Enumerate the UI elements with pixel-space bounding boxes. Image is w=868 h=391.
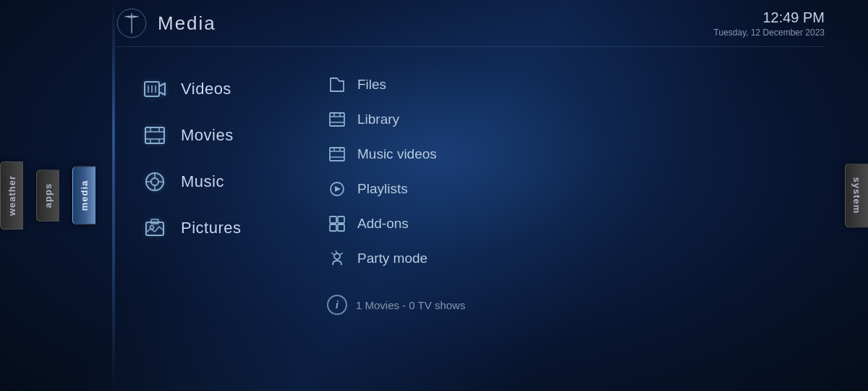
sidebar-item-weather[interactable]: weather <box>0 161 23 230</box>
header: Media 12:49 PM Tuesday, 12 December 2023 <box>116 0 825 47</box>
movies-icon <box>142 122 168 148</box>
left-sidebar: weather apps media <box>0 0 145 391</box>
playlists-icon <box>327 179 347 199</box>
menu-item-videos[interactable]: Videos <box>130 69 275 109</box>
videos-label: Videos <box>181 80 231 98</box>
submenu-item-party-mode[interactable]: Party mode <box>318 243 477 274</box>
clock-time: 12:49 PM <box>714 9 825 26</box>
sidebar-item-media[interactable]: media <box>72 167 95 225</box>
submenu-item-playlists[interactable]: Playlists <box>318 173 477 205</box>
svg-line-39 <box>340 253 343 255</box>
right-menu: Files Library <box>318 69 477 321</box>
files-label: Files <box>357 77 386 93</box>
sidebar-item-system[interactable]: system <box>845 164 868 228</box>
playlists-label: Playlists <box>357 181 408 197</box>
music-videos-label: Music videos <box>357 146 437 162</box>
submenu-item-music-videos[interactable]: Music videos <box>318 138 477 170</box>
svg-rect-6 <box>145 127 164 143</box>
svg-line-38 <box>336 251 337 253</box>
movies-label: Movies <box>181 126 234 145</box>
add-ons-label: Add-ons <box>357 216 409 232</box>
submenu-item-library[interactable]: Library <box>318 104 477 135</box>
library-icon <box>327 109 347 130</box>
info-icon: i <box>327 295 347 315</box>
files-icon <box>327 75 347 95</box>
menu-item-movies[interactable]: Movies <box>130 115 275 156</box>
svg-point-37 <box>334 253 340 259</box>
music-label: Music <box>181 172 224 191</box>
svg-rect-27 <box>330 148 344 161</box>
svg-line-40 <box>331 253 334 255</box>
page-title: Media <box>158 12 216 35</box>
music-videos-icon <box>327 144 347 164</box>
party-mode-icon <box>327 248 347 269</box>
info-text: 1 Movies - 0 TV shows <box>356 299 465 311</box>
header-clock: 12:49 PM Tuesday, 12 December 2023 <box>714 9 825 38</box>
menu-item-music[interactable]: Music <box>130 161 275 202</box>
pictures-label: Pictures <box>181 219 241 237</box>
svg-rect-22 <box>330 113 344 126</box>
right-sidebar: system <box>810 0 868 391</box>
submenu-item-files[interactable]: Files <box>318 69 477 101</box>
svg-rect-34 <box>338 216 344 223</box>
videos-icon <box>142 76 168 102</box>
submenu-item-add-ons[interactable]: Add-ons <box>318 208 477 240</box>
svg-rect-33 <box>330 216 336 223</box>
clock-date: Tuesday, 12 December 2023 <box>714 28 825 38</box>
left-menu: Videos Movies <box>130 69 275 248</box>
main-content: Videos Movies <box>116 47 825 391</box>
svg-point-14 <box>151 178 158 185</box>
pictures-icon <box>142 215 168 241</box>
add-ons-icon <box>327 214 347 234</box>
sidebar-item-apps[interactable]: apps <box>36 169 59 222</box>
party-mode-label: Party mode <box>357 251 427 266</box>
library-label: Library <box>357 112 399 127</box>
svg-rect-36 <box>338 224 344 231</box>
menu-item-pictures[interactable]: Pictures <box>130 208 275 248</box>
music-icon <box>142 169 168 195</box>
svg-marker-2 <box>159 83 165 95</box>
info-row: i 1 Movies - 0 TV shows <box>318 283 477 321</box>
svg-rect-35 <box>330 224 336 231</box>
